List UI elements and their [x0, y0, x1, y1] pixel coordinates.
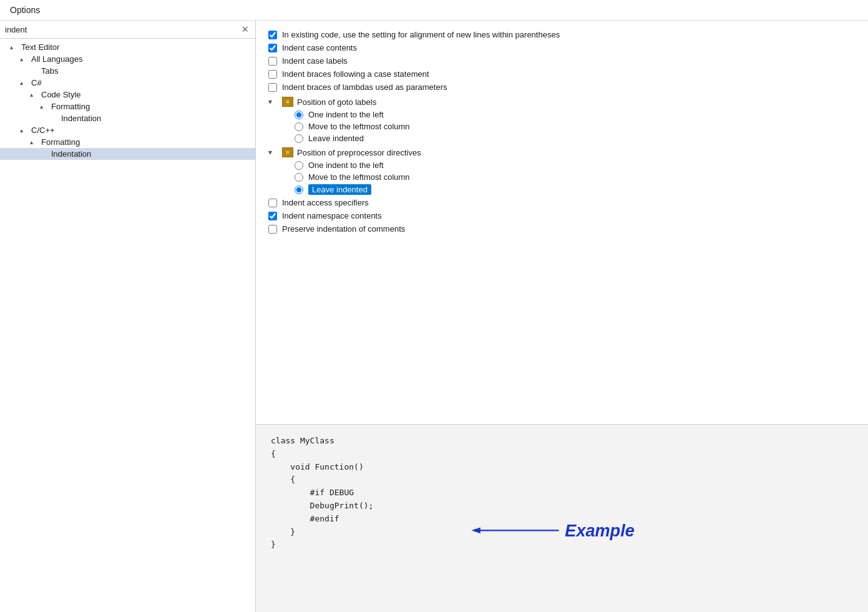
radio-pre-one-indent[interactable]: [295, 161, 303, 170]
option-row-indent-case-contents: Indent case contents: [268, 41, 856, 54]
expand-arrow: ▴: [30, 91, 40, 98]
tree-label: C/C++: [30, 126, 55, 135]
checkbox-indent-case-contents[interactable]: [268, 44, 277, 52]
expand-arrow: ▴: [10, 44, 20, 51]
radio-label-goto-one-indent[interactable]: One indent to the left: [308, 110, 384, 119]
checkbox-indent-case-labels[interactable]: [268, 57, 277, 66]
pre-radio-one-indent: One indent to the left: [295, 159, 856, 171]
checkbox-existing-code[interactable]: [268, 31, 277, 39]
tree-label: Formatting: [50, 102, 90, 111]
option-label-indent-braces-case[interactable]: Indent braces following a case statement: [282, 69, 429, 79]
checkbox-indent-braces-case[interactable]: [268, 70, 277, 79]
right-panel: In existing code, use the setting for al…: [256, 21, 868, 612]
radio-label-pre-leftmost[interactable]: Move to the leftmost column: [308, 172, 410, 182]
section-preprocessor[interactable]: ▾ ≡ Position of preprocessor directives: [268, 144, 856, 159]
pre-radio-leave-indented: Leave indented: [295, 183, 856, 196]
section-goto-title: Position of goto labels: [297, 97, 376, 107]
radio-goto-leftmost[interactable]: [295, 122, 303, 131]
tree-item-formatting-cpp[interactable]: ▴ Formatting: [0, 136, 255, 148]
expand-arrow: ▴: [40, 103, 50, 110]
tree-item-code-style[interactable]: ▴ Code Style: [0, 89, 255, 101]
expand-arrow: ▴: [20, 56, 30, 62]
tree-label: Tabs: [40, 66, 58, 76]
search-input[interactable]: [5, 25, 238, 34]
radio-label-goto-leftmost[interactable]: Move to the leftmost column: [308, 122, 410, 131]
option-label-indent-case-contents[interactable]: Indent case contents: [282, 43, 357, 52]
option-label-indent-access[interactable]: Indent access specifiers: [282, 198, 369, 207]
tree-label: Code Style: [40, 90, 81, 99]
window-title: Options: [10, 5, 40, 15]
tree-panel: ▴ Text Editor ▴ All Languages Tabs: [0, 39, 255, 612]
expand-arrow: ▴: [20, 127, 30, 134]
expand-arrow: ▴: [20, 79, 30, 86]
section-folder-icon: ≡: [282, 147, 293, 157]
pre-radio-leftmost: Move to the leftmost column: [295, 171, 856, 183]
option-row-indent-access: Indent access specifiers: [268, 196, 856, 209]
section-folder-icon: ≡: [282, 97, 293, 107]
tree-label: C#: [30, 78, 42, 87]
option-label-preserve-indentation[interactable]: Preserve indentation of comments: [282, 224, 405, 234]
tree-item-formatting-cs[interactable]: ▴ Formatting: [0, 101, 255, 112]
tree-label: All Languages: [30, 54, 82, 64]
options-area: In existing code, use the setting for al…: [256, 21, 868, 425]
option-row-indent-case-labels: Indent case labels: [268, 54, 856, 67]
tree-item-csharp[interactable]: ▴ C#: [0, 77, 255, 89]
option-label-indent-braces-lambda[interactable]: Indent braces of lambdas used as paramet…: [282, 82, 447, 92]
clear-search-button[interactable]: ✕: [240, 24, 250, 34]
tree-item-indentation-cs[interactable]: Indentation: [0, 112, 255, 124]
expand-arrow: ▴: [30, 139, 40, 146]
tree-label: Indentation: [60, 114, 101, 123]
option-row-indent-namespace: Indent namespace contents: [268, 209, 856, 222]
radio-label-pre-one-indent[interactable]: One indent to the left: [308, 160, 384, 170]
goto-radio-group: One indent to the left Move to the leftm…: [268, 109, 856, 144]
checkbox-indent-braces-lambda[interactable]: [268, 83, 277, 92]
main-area: ✕ ▴ Text Editor ▴ All Languages: [0, 21, 868, 612]
section-goto-labels[interactable]: ▾ ≡ Position of goto labels: [268, 94, 856, 109]
tree-item-all-languages[interactable]: ▴ All Languages: [0, 53, 255, 65]
option-label-indent-namespace[interactable]: Indent namespace contents: [282, 211, 382, 220]
goto-radio-leave-indented: Leave indented: [295, 132, 856, 144]
options-window: Options ✕ ▴ Text Editor: [0, 0, 868, 612]
tree-item-text-editor[interactable]: ▴ Text Editor: [0, 41, 255, 53]
checkbox-indent-access[interactable]: [268, 199, 277, 207]
option-label-indent-case-labels[interactable]: Indent case labels: [282, 56, 348, 66]
chevron-icon: ▾: [268, 148, 278, 157]
radio-goto-leave-indented[interactable]: [295, 134, 303, 143]
tree-item-indentation-cpp[interactable]: Indentation: [0, 148, 255, 160]
option-row-indent-braces-lambda: Indent braces of lambdas used as paramet…: [268, 81, 856, 94]
radio-label-pre-leave-indented[interactable]: Leave indented: [308, 184, 371, 195]
chevron-icon: ▾: [268, 97, 278, 106]
search-bar: ✕: [0, 21, 255, 39]
option-row-preserve-indentation: Preserve indentation of comments: [268, 222, 856, 235]
tree-item-cpp[interactable]: ▴ C/C++: [0, 124, 255, 136]
checkbox-indent-namespace[interactable]: [268, 212, 277, 220]
goto-radio-leftmost: Move to the leftmost column: [295, 121, 856, 132]
option-row-existing-code: In existing code, use the setting for al…: [268, 28, 856, 41]
tree-label: Indentation: [50, 149, 91, 159]
checkbox-preserve-indentation[interactable]: [268, 225, 277, 234]
tree-label: Text Editor: [20, 42, 59, 52]
tree-label: Formatting: [40, 137, 80, 147]
code-text: class MyClass { void Function() { #if DE…: [271, 435, 853, 551]
title-bar: Options: [0, 0, 868, 21]
option-label-existing-code[interactable]: In existing code, use the setting for al…: [282, 30, 560, 39]
radio-pre-leftmost[interactable]: [295, 173, 303, 182]
preprocessor-radio-group: One indent to the left Move to the leftm…: [268, 159, 856, 196]
left-panel: ✕ ▴ Text Editor ▴ All Languages: [0, 21, 256, 612]
code-preview: class MyClass { void Function() { #if DE…: [256, 425, 868, 612]
radio-label-goto-leave-indented[interactable]: Leave indented: [308, 134, 364, 143]
section-preprocessor-title: Position of preprocessor directives: [297, 148, 421, 157]
option-row-indent-braces-case: Indent braces following a case statement: [268, 67, 856, 81]
goto-radio-one-indent: One indent to the left: [295, 109, 856, 121]
radio-goto-one-indent[interactable]: [295, 111, 303, 119]
radio-pre-leave-indented[interactable]: [295, 185, 303, 194]
tree-item-tabs[interactable]: Tabs: [0, 65, 255, 77]
